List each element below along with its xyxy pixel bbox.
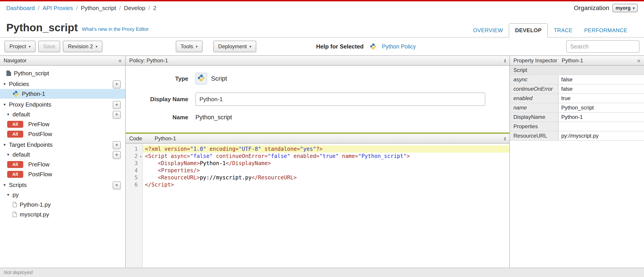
add-button[interactable]: +: [113, 181, 121, 189]
inspector-row-displayname[interactable]: DisplayNamePython-1: [510, 113, 644, 122]
navigator-item-myscript-py[interactable]: myscript.py: [0, 210, 125, 219]
add-button[interactable]: +: [113, 141, 121, 149]
navigator-item-policies[interactable]: ▾Policies+: [0, 79, 125, 89]
breadcrumb-item-python-script: Python_script: [81, 5, 116, 12]
navigator-item-preflow[interactable]: AllPreFlow: [0, 119, 125, 129]
navigator-item-preflow[interactable]: AllPreFlow: [0, 160, 125, 169]
disclosure-triangle-icon[interactable]: ▾: [4, 183, 9, 187]
inspector-row-async[interactable]: asyncfalse: [510, 75, 644, 84]
tab-develop[interactable]: DEVELOP: [509, 23, 548, 37]
breadcrumb-item-develop: Develop: [124, 5, 145, 12]
inspector-row-properties[interactable]: Properties: [510, 122, 644, 131]
type-value-label: Script: [211, 75, 227, 82]
navigator-item-target-endpoints[interactable]: ▾Target Endpoints+: [0, 140, 125, 150]
collapse-section-icon[interactable]: ▴▾: [504, 136, 506, 141]
apigee-proxy-editor: Dashboard/API Proxies/Python_script/Deve…: [0, 0, 644, 277]
add-button[interactable]: +: [113, 111, 121, 119]
navigator-item-label: PostFlow: [28, 131, 52, 138]
breadcrumb-item-dashboard[interactable]: Dashboard: [6, 5, 35, 12]
page-title: Python_script: [6, 22, 78, 37]
file-icon: [12, 202, 17, 208]
line-number: 5: [126, 174, 142, 181]
whats-new-link[interactable]: What's new in the Proxy Editor: [82, 26, 149, 37]
property-name: DisplayName: [510, 113, 558, 122]
project-button[interactable]: Project ▾: [4, 41, 36, 52]
tab-performance[interactable]: PERFORMANCE: [578, 24, 633, 37]
navigator-item-scripts[interactable]: ▾Scripts+: [0, 180, 125, 190]
breadcrumb: Dashboard/API Proxies/Python_script/Deve…: [6, 5, 156, 12]
navigator-item-proxy-endpoints[interactable]: ▾Proxy Endpoints+: [0, 100, 125, 109]
search-input[interactable]: [566, 40, 640, 53]
tab-overview[interactable]: OVERVIEW: [467, 24, 509, 37]
revision-button[interactable]: Revision 2 ▾: [63, 41, 102, 52]
breadcrumb-row: Dashboard/API Proxies/Python_script/Deve…: [0, 1, 644, 15]
property-value: true: [558, 94, 644, 103]
navigator-item-label: Policies: [9, 81, 29, 88]
property-value: false: [558, 75, 644, 84]
property-inspector-subject: Python-1: [562, 57, 583, 64]
deployment-button[interactable]: Deployment ▾: [213, 41, 256, 52]
code-lines[interactable]: <?xml version="1.0" encoding="UTF-8" sta…: [143, 144, 510, 268]
policy-panel-header: Policy: Python-1 ▴▾: [126, 55, 510, 66]
inspector-row-enabled[interactable]: enabledtrue: [510, 94, 644, 103]
display-name-input[interactable]: [196, 92, 485, 106]
inspector-section-script: Script: [510, 66, 644, 75]
property-table: ScriptasyncfalsecontinueOnErrorfalseenab…: [510, 66, 644, 141]
navigator-item-label: PreFlow: [28, 161, 50, 168]
navigator-item-label: default: [12, 151, 30, 158]
name-row: Name Python_script: [126, 114, 510, 121]
code-editor[interactable]: 12▾3456 <?xml version="1.0" encoding="UT…: [126, 144, 510, 268]
property-value: Python_script: [558, 103, 644, 112]
file-icon: [12, 212, 17, 217]
property-value: Python-1: [558, 113, 644, 122]
navigator-item-postflow[interactable]: AllPostFlow: [0, 129, 125, 139]
chevron-down-icon: ▾: [250, 44, 251, 49]
policy-help-link[interactable]: Python Policy: [370, 43, 416, 50]
expand-panel-icon[interactable]: »: [637, 57, 640, 64]
disclosure-triangle-icon[interactable]: ▾: [4, 102, 9, 107]
add-button[interactable]: +: [113, 101, 121, 109]
breadcrumb-separator: /: [38, 5, 39, 12]
code-fold-icon[interactable]: ▾: [140, 153, 142, 160]
tab-trace[interactable]: TRACE: [548, 24, 578, 37]
disclosure-triangle-icon[interactable]: ▾: [4, 142, 9, 147]
organization-select[interactable]: myorg ▾: [612, 4, 638, 12]
add-button[interactable]: +: [113, 80, 121, 88]
navigator-item-python-1-py[interactable]: Python-1.py: [0, 200, 125, 210]
navigator-item-postflow[interactable]: AllPostFlow: [0, 169, 125, 179]
code-line: <DisplayName>Python-1</DisplayName>: [143, 160, 510, 167]
navigator-item-py[interactable]: ▾py: [0, 190, 125, 200]
navigator-header: Navigator «: [0, 55, 125, 66]
chevron-down-icon: ▾: [633, 6, 634, 10]
disclosure-triangle-icon[interactable]: ▾: [7, 192, 12, 197]
breadcrumb-separator: /: [76, 5, 78, 12]
save-button[interactable]: Save: [38, 41, 60, 52]
navigator-item-default[interactable]: ▾default+: [0, 109, 125, 119]
collapse-panel-icon[interactable]: «: [118, 57, 122, 64]
navigator-item-python-1[interactable]: Python-1: [0, 89, 125, 99]
navigator-item-label: Target Endpoints: [9, 141, 52, 148]
inspector-row-continueonerror[interactable]: continueOnErrorfalse: [510, 84, 644, 94]
property-name: continueOnError: [510, 84, 558, 93]
all-badge: All: [7, 171, 23, 178]
navigator-title: Navigator: [4, 57, 26, 64]
breadcrumb-item-2: 2: [153, 5, 156, 12]
breadcrumb-item-api-proxies[interactable]: API Proxies: [42, 5, 73, 12]
property-name: enabled: [510, 94, 558, 103]
disclosure-triangle-icon[interactable]: ▾: [7, 112, 12, 117]
tools-button-label: Tools: [181, 43, 193, 50]
save-button-label: Save: [43, 43, 56, 50]
navigator-item-default[interactable]: ▾default+: [0, 150, 125, 160]
chevron-down-icon: ▾: [29, 44, 31, 49]
collapse-section-icon[interactable]: ▴▾: [504, 58, 506, 63]
line-number: 4: [126, 167, 142, 174]
python-policy-icon-box: [196, 73, 207, 84]
organization-value: myorg: [616, 5, 630, 11]
add-button[interactable]: +: [113, 151, 121, 159]
disclosure-triangle-icon[interactable]: ▾: [7, 152, 12, 157]
tools-button[interactable]: Tools ▾: [176, 41, 202, 52]
navigator-item-python-script[interactable]: Python_script: [0, 68, 125, 78]
disclosure-triangle-icon[interactable]: ▾: [4, 81, 9, 86]
inspector-row-resourceurl[interactable]: ResourceURLpy://myscript.py: [510, 131, 644, 141]
inspector-row-name[interactable]: namePython_script: [510, 103, 644, 113]
